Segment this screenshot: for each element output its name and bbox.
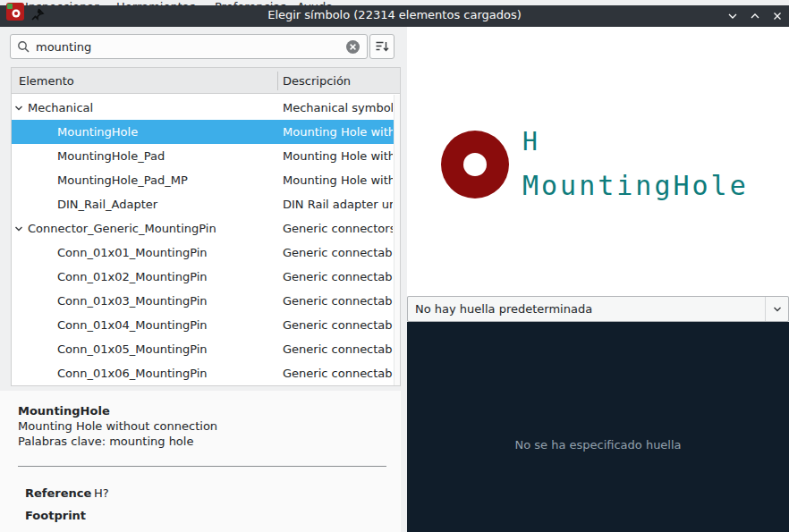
row-description: Mounting Hole without connection <box>283 120 393 144</box>
symbol-preview: H MountingHole <box>407 27 789 296</box>
row-label: MountingHole_Pad_MP <box>57 168 188 192</box>
chevron-down-icon <box>772 304 783 315</box>
row-label: Conn_01x04_MountingPin <box>57 313 208 337</box>
row-label: Conn_01x02_MountingPin <box>57 265 208 289</box>
column-header-description[interactable]: Descripción <box>283 68 351 94</box>
field-reference: Reference H? <box>0 486 401 501</box>
row-description: Mounting Hole with connection <box>283 168 393 192</box>
row-description: Mechanical symbols <box>283 96 393 120</box>
dialog-body: Elemento Descripción Mechanical Mechanic… <box>0 27 789 532</box>
choose-symbol-dialog: Inspeccionar Herramientas Preferencias A… <box>0 0 789 532</box>
close-icon <box>772 11 783 21</box>
row-description: Generic connectable mounting pin <box>283 361 393 385</box>
chevron-down-icon <box>727 11 738 21</box>
tree-scrollbar[interactable] <box>394 95 400 385</box>
row-label: Conn_01x05_MountingPin <box>57 337 208 361</box>
details-description: Mounting Hole without connection <box>18 419 217 433</box>
field-name: Footprint <box>25 509 86 522</box>
details-divider <box>18 466 386 467</box>
footprint-select[interactable]: No hay huella predeterminada <box>407 296 789 322</box>
splitter[interactable] <box>401 27 407 532</box>
symbol-browser-pane: Elemento Descripción Mechanical Mechanic… <box>0 27 401 532</box>
table-row[interactable]: MountingHole_Pad Mounting Hole with conn… <box>12 144 394 168</box>
row-description: DIN Rail adapter universal <box>283 192 393 216</box>
mounting-hole-symbol <box>441 131 509 198</box>
row-label: Connector_Generic_MountingPin <box>28 216 216 241</box>
row-label: DIN_Rail_Adapter <box>57 192 157 216</box>
row-description: Mounting Hole with connection <box>283 144 393 168</box>
table-row[interactable]: Conn_01x03_MountingPin Generic connectab… <box>12 289 394 313</box>
details-title: MountingHole <box>18 404 110 418</box>
field-value: H? <box>94 486 109 500</box>
table-row[interactable]: Conn_01x06_MountingPin Generic connectab… <box>12 361 394 385</box>
titlebar[interactable]: Elegir símbolo (22314 elementos cargados… <box>0 5 789 27</box>
mounting-hole-center <box>463 153 487 176</box>
maximize-button[interactable] <box>749 10 761 22</box>
sort-icon <box>375 39 389 54</box>
table-row[interactable]: Mechanical Mechanical symbols <box>12 96 394 120</box>
details-keywords: Palabras clave: mounting hole <box>18 435 193 448</box>
row-description: Generic connectable mounting pin <box>283 289 393 313</box>
close-button[interactable] <box>771 10 784 22</box>
preview-pane: H MountingHole No hay huella predetermin… <box>407 27 789 532</box>
table-header[interactable]: Elemento Descripción <box>12 68 400 94</box>
table-row[interactable]: MountingHole_Pad_MP Mounting Hole with c… <box>12 168 394 192</box>
footprint-placeholder-text: No se ha especificado huella <box>407 438 789 452</box>
minimize-button[interactable] <box>726 10 739 22</box>
symbol-tree: Elemento Descripción Mechanical Mechanic… <box>11 67 401 386</box>
field-footprint: Footprint <box>0 509 401 523</box>
table-row[interactable]: Conn_01x01_MountingPin Generic connectab… <box>12 241 394 265</box>
symbol-details: MountingHole Mounting Hole without conne… <box>0 391 401 532</box>
table-body: Mechanical Mechanical symbols MountingHo… <box>12 96 394 385</box>
row-label: MountingHole <box>57 120 138 144</box>
symbol-reference: H <box>522 127 540 156</box>
table-row[interactable]: Conn_01x02_MountingPin Generic connectab… <box>12 265 394 289</box>
row-description: Generic connectable mounting pin <box>283 241 393 265</box>
search-icon <box>17 40 30 54</box>
footprint-preview: No se ha especificado huella <box>407 322 789 532</box>
sort-button[interactable] <box>369 34 394 59</box>
combo-arrow-button[interactable] <box>765 297 788 321</box>
table-row[interactable]: Conn_01x05_MountingPin Generic connectab… <box>12 337 394 361</box>
table-row[interactable]: DIN_Rail_Adapter DIN Rail adapter univer… <box>12 192 394 216</box>
table-row[interactable]: Connector_Generic_MountingPin Generic co… <box>12 216 394 241</box>
row-label: Conn_01x03_MountingPin <box>57 289 208 313</box>
chevron-down-icon[interactable] <box>13 103 24 114</box>
window-title: Elegir símbolo (22314 elementos cargados… <box>0 8 789 21</box>
column-separator[interactable] <box>277 72 278 90</box>
footprint-select-value: No hay huella predeterminada <box>415 297 592 321</box>
row-description: Generic connectors with MountingPin <box>283 216 393 241</box>
chevron-up-icon <box>750 11 760 21</box>
row-label: Conn_01x06_MountingPin <box>57 361 208 385</box>
row-description: Generic connectable mounting pin <box>283 265 393 289</box>
chevron-down-icon[interactable] <box>13 224 24 234</box>
column-header-element[interactable]: Elemento <box>19 68 74 94</box>
table-row-selected[interactable]: MountingHole Mounting Hole without conne… <box>12 120 394 144</box>
row-label: Conn_01x01_MountingPin <box>57 241 208 265</box>
window-controls <box>726 5 784 27</box>
field-name: Reference <box>25 486 91 500</box>
search-input[interactable] <box>36 35 340 58</box>
clear-search-icon[interactable] <box>345 39 361 55</box>
table-row[interactable]: Conn_01x04_MountingPin Generic connectab… <box>12 313 394 337</box>
row-description: Generic connectable mounting pin <box>283 337 393 361</box>
row-description: Generic connectable mounting pin <box>283 313 393 337</box>
search-box <box>10 34 368 59</box>
row-label: Mechanical <box>28 96 93 120</box>
row-label: MountingHole_Pad <box>57 144 165 168</box>
symbol-name: MountingHole <box>522 170 749 201</box>
